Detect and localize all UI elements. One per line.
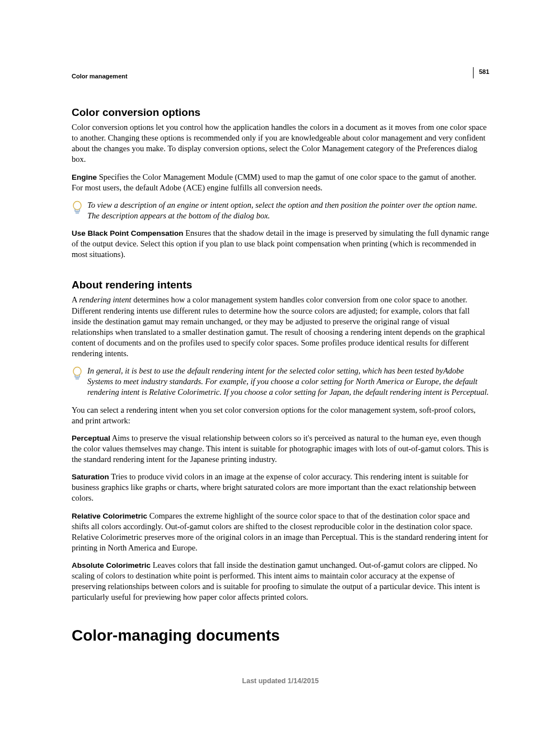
definition-engine-text: Specifies the Color Management Module (C… bbox=[72, 172, 476, 192]
definition-saturation: Saturation Tries to produce vivid colors… bbox=[72, 472, 489, 503]
term-relative-colorimetric: Relative Colorimetric bbox=[72, 512, 147, 520]
lightbulb-icon bbox=[72, 200, 87, 215]
page-number: 581 bbox=[473, 67, 489, 78]
paragraph-intro: Color conversion options let you control… bbox=[72, 122, 489, 165]
definition-relative-colorimetric: Relative Colorimetric Compares the extre… bbox=[72, 511, 489, 554]
definition-absolute-colorimetric: Absolute Colorimetric Leaves colors that… bbox=[72, 560, 489, 603]
paragraph-ri-intro: A rendering intent determines how a colo… bbox=[72, 295, 489, 359]
breadcrumb: Color management bbox=[72, 73, 489, 80]
tip-text: To view a description of an engine or in… bbox=[87, 200, 489, 221]
lightbulb-icon bbox=[72, 366, 87, 381]
term-engine: Engine bbox=[72, 173, 97, 181]
tip-block: In general, it is best to use the defaul… bbox=[72, 366, 489, 398]
term-perceptual: Perceptual bbox=[72, 434, 110, 442]
paragraph-ri-select: You can select a rendering intent when y… bbox=[72, 405, 489, 426]
term-absolute-colorimetric: Absolute Colorimetric bbox=[72, 561, 151, 570]
definition-perceptual: Perceptual Aims to preserve the visual r… bbox=[72, 433, 489, 465]
heading-rendering-intents: About rendering intents bbox=[72, 279, 489, 291]
ri-text-b: determines how a color management system… bbox=[72, 295, 485, 358]
svg-point-0 bbox=[73, 201, 81, 209]
definition-bpc: Use Black Point Compensation Ensures tha… bbox=[72, 228, 489, 260]
ri-text-a: A bbox=[72, 295, 79, 304]
svg-point-3 bbox=[73, 367, 81, 376]
term-saturation: Saturation bbox=[72, 473, 109, 481]
definition-perceptual-text: Aims to preserve the visual relationship… bbox=[72, 433, 489, 464]
heading-color-managing-documents: Color-managing documents bbox=[72, 627, 489, 645]
tip-text: In general, it is best to use the defaul… bbox=[87, 366, 489, 398]
tip-block: To view a description of an engine or in… bbox=[72, 200, 489, 221]
definition-saturation-text: Tries to produce vivid colors in an imag… bbox=[72, 472, 476, 502]
heading-color-conversion-options: Color conversion options bbox=[72, 106, 489, 119]
term-bpc: Use Black Point Compensation bbox=[72, 229, 184, 237]
ri-em: rendering intent bbox=[79, 295, 131, 304]
definition-engine: Engine Specifies the Color Management Mo… bbox=[72, 172, 489, 193]
document-page: 581 Color management Color conversion op… bbox=[0, 0, 534, 718]
footer-updated: Last updated 1/14/2015 bbox=[72, 677, 489, 685]
